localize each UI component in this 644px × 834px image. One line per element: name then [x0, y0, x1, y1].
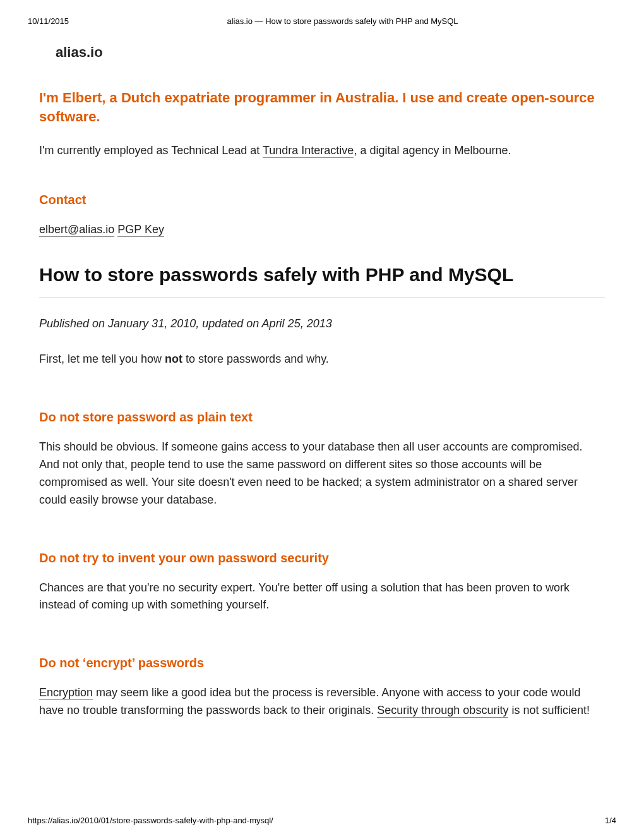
article-title: How to store passwords safely with PHP a…	[39, 264, 605, 286]
page-content: alias.io I'm Elbert, a Dutch expatriate …	[39, 38, 605, 731]
contact-heading: Contact	[39, 193, 605, 207]
section3-body: Encryption may seem like a good idea but…	[39, 684, 605, 720]
site-title: alias.io	[56, 44, 605, 61]
tundra-link[interactable]: Tundra Interactive	[263, 144, 354, 158]
section1-body: This should be obvious. If someone gains…	[39, 438, 605, 509]
first-bold: not	[165, 353, 182, 365]
print-header: 10/11/2015 alias.io — How to store passw…	[28, 16, 616, 26]
contact-line: elbert@alias.io PGP Key	[39, 221, 605, 239]
print-page: 1/4	[605, 816, 616, 825]
first-pre: First, let me tell you how	[39, 353, 165, 365]
title-rule	[39, 297, 605, 298]
section1-heading: Do not store password as plain text	[39, 410, 605, 425]
intro-employment: I'm currently employed as Technical Lead…	[39, 142, 605, 160]
print-footer: https://alias.io/2010/01/store-passwords…	[28, 816, 616, 825]
intro-heading: I'm Elbert, a Dutch expatriate programme…	[39, 88, 605, 126]
article-meta: Published on January 31, 2010, updated o…	[39, 315, 605, 333]
print-url: https://alias.io/2010/01/store-passwords…	[28, 816, 273, 825]
intro-employ-post: , a digital agency in Melbourne.	[354, 144, 511, 157]
contact-email-link[interactable]: elbert@alias.io	[39, 223, 114, 237]
print-title: alias.io — How to store passwords safely…	[28, 16, 616, 26]
first-post: to store passwords and why.	[182, 353, 329, 365]
pgp-key-link[interactable]: PGP Key	[117, 223, 164, 237]
encryption-link[interactable]: Encryption	[39, 686, 93, 700]
section3-heading: Do not ‘encrypt’ passwords	[39, 656, 605, 670]
intro-employ-pre: I'm currently employed as Technical Lead…	[39, 144, 263, 157]
obscurity-link[interactable]: Security through obscurity	[377, 704, 508, 718]
section2-heading: Do not try to invent your own password s…	[39, 551, 605, 565]
print-date: 10/11/2015	[28, 16, 69, 26]
section2-body: Chances are that you're no security expe…	[39, 579, 605, 615]
s3-post: is not sufficient!	[508, 704, 590, 716]
article-first-line: First, let me tell you how not to store …	[39, 351, 605, 368]
